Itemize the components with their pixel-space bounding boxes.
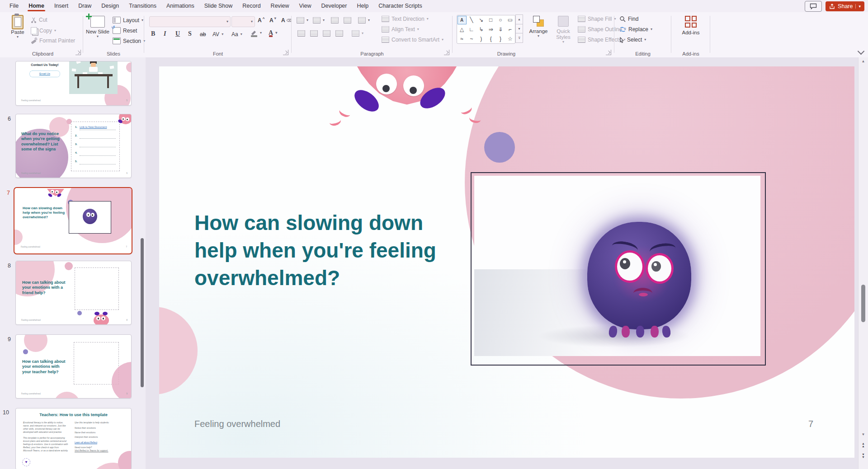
tab-transitions[interactable]: Transitions bbox=[124, 0, 161, 12]
tab-draw[interactable]: Draw bbox=[73, 0, 96, 12]
align-text-button[interactable]: Align Text▾ bbox=[382, 26, 419, 33]
addins-button[interactable]: Add-ins bbox=[678, 16, 703, 36]
increase-indent-button[interactable] bbox=[344, 17, 351, 23]
triangle-shape-icon[interactable]: △ bbox=[458, 25, 466, 33]
vertical-scrollbar[interactable]: ▲ ▼ ▲▲ ▼▼ bbox=[858, 57, 868, 469]
reset-button[interactable]: Reset bbox=[113, 27, 137, 34]
tab-animations[interactable]: Animations bbox=[161, 0, 199, 12]
arrange-button[interactable]: Arrange ▾ bbox=[526, 16, 551, 38]
curve-shape-icon[interactable]: ~ bbox=[467, 35, 476, 42]
hanging-creature-illustration[interactable] bbox=[353, 66, 461, 118]
grow-font-button[interactable]: A^ bbox=[258, 17, 264, 23]
shape-gallery[interactable]: A ╲ ↘ □ ○ ▭ △ ∟ ↳ ⇒ ⇓ ⌐ ≈ ~ ) { } ☆ bbox=[457, 15, 515, 44]
tab-character-scripts[interactable]: Character Scripts bbox=[373, 0, 427, 12]
arrow-shape-icon[interactable]: ↘ bbox=[477, 16, 485, 24]
paste-button[interactable]: Paste ▾ bbox=[7, 15, 28, 39]
panel-scrollbar-thumb[interactable] bbox=[141, 238, 144, 387]
thumbnail-slide-5[interactable]: Contact Us Today! Email Us Feeling overw… bbox=[15, 61, 132, 106]
slide-7-editing-surface[interactable]: How can slowing down help when you're fe… bbox=[159, 66, 854, 458]
align-center-button[interactable] bbox=[310, 30, 318, 37]
tab-developer[interactable]: Developer bbox=[316, 0, 352, 12]
bold-button[interactable]: B bbox=[151, 30, 155, 38]
paste-dropdown-icon[interactable]: ▾ bbox=[17, 35, 19, 39]
change-case-button[interactable]: Aa▾ bbox=[231, 31, 242, 38]
thumbnail-slide-6[interactable]: What do you notice when you're getting o… bbox=[15, 114, 132, 178]
layout-button[interactable]: Layout▾ bbox=[113, 17, 143, 23]
slide-footer-text[interactable]: Feeling overwhelmed bbox=[194, 419, 280, 429]
character-spacing-button[interactable]: AV▾ bbox=[212, 31, 223, 38]
thumbnail-slide-10[interactable]: Teachers: How to use this template Emoti… bbox=[15, 408, 132, 469]
align-right-button[interactable] bbox=[323, 30, 330, 37]
tab-review[interactable]: Review bbox=[266, 0, 294, 12]
strikethrough-button[interactable]: ab bbox=[200, 31, 206, 38]
tab-file[interactable]: File bbox=[5, 0, 24, 12]
text-direction-button[interactable]: Text Direction▾ bbox=[382, 16, 429, 22]
share-dropdown-icon[interactable]: ▾ bbox=[855, 4, 861, 9]
elbow-connector-icon[interactable]: ∟ bbox=[467, 25, 476, 33]
scroll-down-icon[interactable]: ▼ bbox=[859, 432, 868, 436]
font-dialog-launcher[interactable] bbox=[283, 50, 288, 55]
cut-button[interactable]: Cut bbox=[31, 17, 47, 23]
tab-design[interactable]: Design bbox=[96, 0, 124, 12]
clipboard-dialog-launcher[interactable] bbox=[75, 50, 81, 55]
thumbnail-slide-7-selected[interactable]: How can slowing down help when you're fe… bbox=[14, 187, 132, 254]
tab-help[interactable]: Help bbox=[352, 0, 373, 12]
star-shape-icon[interactable]: ☆ bbox=[506, 35, 514, 42]
numbering-button[interactable]: ▾ bbox=[313, 17, 325, 23]
scrollbar-thumb[interactable] bbox=[861, 285, 865, 322]
left-brace-shape-icon[interactable]: { bbox=[487, 35, 495, 42]
font-name-combobox[interactable]: ▾ bbox=[149, 16, 231, 27]
thumbnail-slide-9[interactable]: How can talking about your emotions with… bbox=[15, 334, 132, 399]
decrease-indent-button[interactable] bbox=[331, 17, 339, 23]
format-painter-button[interactable]: Format Painter bbox=[31, 38, 75, 44]
elbow-arrow-icon[interactable]: ↳ bbox=[477, 25, 485, 33]
arc-shape-icon[interactable]: ) bbox=[477, 35, 485, 42]
rectangle-shape-icon[interactable]: □ bbox=[487, 16, 495, 24]
tab-insert[interactable]: Insert bbox=[49, 0, 73, 12]
justify-button[interactable] bbox=[335, 30, 343, 37]
italic-button[interactable]: I bbox=[164, 30, 166, 38]
drawing-dialog-launcher[interactable] bbox=[606, 50, 611, 55]
columns-button[interactable]: ▾ bbox=[352, 30, 363, 37]
thumbnail-slide-8[interactable]: How can talking about your emotions with… bbox=[15, 261, 132, 325]
clear-formatting-button[interactable]: A⌫ bbox=[281, 17, 292, 23]
text-shadow-button[interactable]: S bbox=[188, 30, 192, 38]
right-arrow-shape-icon[interactable]: ⇒ bbox=[487, 25, 495, 33]
tab-home[interactable]: Home bbox=[24, 0, 49, 12]
creature-picture[interactable] bbox=[474, 176, 760, 356]
line-spacing-button[interactable]: ▾ bbox=[358, 17, 370, 23]
underline-button[interactable]: U bbox=[175, 30, 180, 38]
comments-button[interactable] bbox=[805, 1, 822, 12]
flowchart-shape-icon[interactable]: ⌐ bbox=[506, 25, 514, 33]
copy-button[interactable]: Copy ▾ bbox=[31, 27, 56, 34]
section-button[interactable]: Section▾ bbox=[113, 38, 145, 44]
shape-gallery-up-button[interactable]: ▲ bbox=[515, 14, 523, 24]
slide-title-textbox[interactable]: How can slowing down help when you're fe… bbox=[194, 209, 466, 292]
font-size-combobox[interactable]: ▾ bbox=[231, 16, 255, 27]
align-left-button[interactable] bbox=[297, 30, 305, 37]
rounded-rectangle-shape-icon[interactable]: ▭ bbox=[506, 16, 514, 24]
tab-record[interactable]: Record bbox=[237, 0, 265, 12]
ellipse-shape-icon[interactable]: ○ bbox=[496, 16, 505, 24]
collapse-ribbon-button[interactable] bbox=[858, 48, 865, 55]
bullets-button[interactable]: ▾ bbox=[297, 17, 308, 23]
new-slide-dropdown-icon[interactable]: ▾ bbox=[97, 35, 99, 38]
tab-view[interactable]: View bbox=[294, 0, 316, 12]
new-slide-button[interactable]: New Slide ▾ bbox=[85, 16, 110, 38]
replace-button[interactable]: bc Replace▾ bbox=[619, 26, 652, 33]
down-arrow-shape-icon[interactable]: ⇓ bbox=[496, 25, 505, 33]
share-button[interactable]: Share ▾ bbox=[826, 1, 864, 11]
shrink-font-button[interactable]: A▾ bbox=[269, 17, 276, 23]
find-button[interactable]: Find bbox=[619, 16, 638, 22]
panel-scrollbar[interactable] bbox=[140, 57, 144, 469]
tab-slide-show[interactable]: Slide Show bbox=[199, 0, 238, 12]
shape-gallery-more-button[interactable]: ⊽ bbox=[515, 33, 523, 43]
select-button[interactable]: Select▾ bbox=[619, 37, 646, 43]
quick-styles-button[interactable]: Quick Styles ▾ bbox=[552, 16, 575, 44]
slide-number-text[interactable]: 7 bbox=[808, 419, 813, 429]
right-brace-shape-icon[interactable]: } bbox=[496, 35, 505, 42]
highlight-color-button[interactable]: ▾ bbox=[250, 29, 262, 37]
paragraph-dialog-launcher[interactable] bbox=[444, 50, 449, 55]
textbox-shape-icon[interactable]: A bbox=[458, 16, 467, 24]
shape-fill-button[interactable]: Shape Fill▾ bbox=[578, 16, 616, 22]
